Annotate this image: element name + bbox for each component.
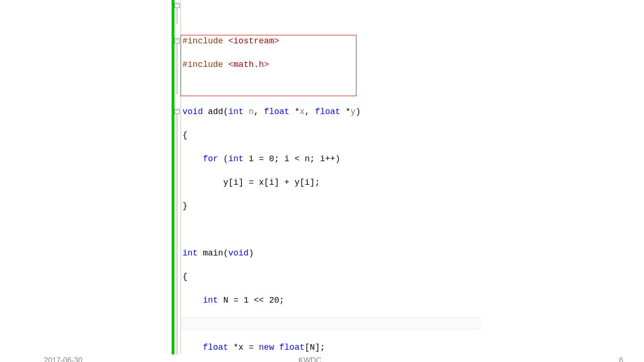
fold-icon[interactable]: −: [174, 38, 180, 43]
fold-gutter: − − −: [174, 0, 181, 354]
footer-page-number: 6: [619, 356, 623, 362]
fold-icon[interactable]: −: [174, 3, 180, 8]
footer-title: KWDC: [298, 356, 322, 362]
footer-date: 2017-06-30: [44, 356, 83, 362]
fold-icon[interactable]: −: [174, 109, 180, 114]
code-editor: − − − #include <iostream> #include <math…: [172, 0, 468, 362]
code-content: #include <iostream> #include <math.h> vo…: [181, 0, 468, 362]
